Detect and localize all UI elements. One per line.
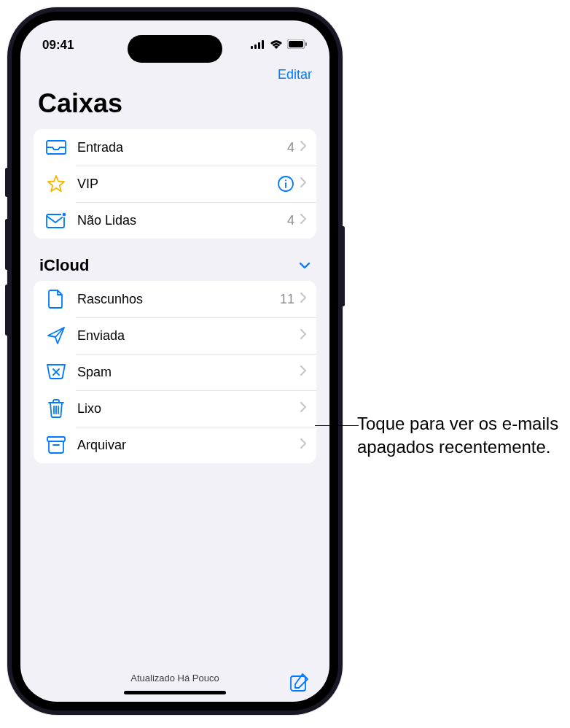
chevron-right-icon [300, 365, 306, 379]
wifi-icon [270, 38, 283, 53]
inbox-icon [45, 138, 67, 157]
folder-row-drafts[interactable]: Rascunhos 11 [34, 281, 316, 317]
battery-icon [287, 38, 308, 53]
svg-point-8 [285, 179, 286, 181]
home-indicator [124, 691, 226, 694]
mailbox-count: 4 [287, 140, 294, 155]
paperplane-icon [45, 326, 67, 345]
chevron-right-icon [300, 402, 306, 415]
folder-count: 11 [280, 292, 294, 307]
folder-row-archive[interactable]: Arquivar [34, 427, 316, 463]
document-icon [45, 290, 67, 309]
mailbox-label: Entrada [77, 140, 287, 155]
mailbox-label: Não Lidas [77, 213, 287, 228]
unread-icon [45, 211, 67, 230]
chevron-right-icon [300, 329, 306, 342]
section-header-icloud[interactable]: iCloud [20, 239, 329, 281]
chevron-right-icon [300, 438, 306, 452]
svg-rect-11 [47, 437, 65, 441]
compose-icon [290, 683, 309, 694]
section-title: iCloud [39, 256, 89, 275]
side-button [5, 219, 9, 270]
mailbox-row-unread[interactable]: Não Lidas 4 [34, 202, 316, 239]
chevron-right-icon [300, 293, 306, 306]
chevron-right-icon [300, 177, 306, 190]
callout-line [315, 425, 359, 426]
page-title: Caixas [20, 85, 329, 129]
spam-icon [45, 363, 67, 382]
icloud-folder-list: Rascunhos 11 Enviada [34, 281, 316, 463]
chevron-right-icon [300, 141, 306, 154]
svg-rect-5 [289, 41, 303, 47]
folder-row-trash[interactable]: Lixo [34, 390, 316, 427]
side-button [5, 168, 9, 197]
nav-bar: Editar [20, 60, 329, 85]
callout-text: Toque para ver os e-mails apagados recen… [357, 412, 561, 460]
svg-rect-9 [47, 214, 64, 228]
star-icon [45, 174, 67, 193]
cellular-icon [251, 38, 265, 53]
dynamic-island [128, 35, 222, 63]
folder-label: Arquivar [77, 438, 300, 453]
mailbox-row-inbox[interactable]: Entrada 4 [34, 129, 316, 166]
mailbox-label: VIP [77, 177, 277, 192]
svg-rect-1 [254, 44, 257, 49]
compose-button[interactable] [287, 670, 312, 697]
folder-label: Enviada [77, 328, 300, 344]
archivebox-icon [45, 435, 67, 454]
side-button [5, 284, 9, 336]
status-time: 09:41 [42, 38, 74, 53]
mailbox-list: Entrada 4 VIP [34, 129, 316, 239]
svg-rect-3 [262, 40, 264, 49]
svg-rect-6 [305, 42, 307, 46]
folder-label: Spam [77, 365, 300, 380]
update-status: Atualizado Há Pouco [130, 673, 219, 684]
svg-rect-0 [251, 46, 253, 49]
folder-label: Rascunhos [77, 292, 280, 307]
toolbar: Atualizado Há Pouco [20, 662, 329, 691]
svg-point-10 [62, 212, 66, 217]
chevron-down-icon [299, 259, 311, 272]
folder-row-spam[interactable]: Spam [34, 354, 316, 390]
info-icon[interactable] [277, 175, 294, 193]
phone-frame: 09:41 Editar Caixas [7, 7, 343, 715]
svg-rect-2 [258, 42, 260, 49]
mailbox-count: 4 [287, 213, 294, 228]
folder-label: Lixo [77, 401, 300, 417]
chevron-right-icon [300, 214, 306, 227]
folder-row-sent[interactable]: Enviada [34, 317, 316, 354]
trash-icon [45, 399, 67, 418]
edit-button[interactable]: Editar [278, 67, 312, 82]
mailbox-row-vip[interactable]: VIP [34, 166, 316, 202]
side-button [341, 226, 345, 306]
